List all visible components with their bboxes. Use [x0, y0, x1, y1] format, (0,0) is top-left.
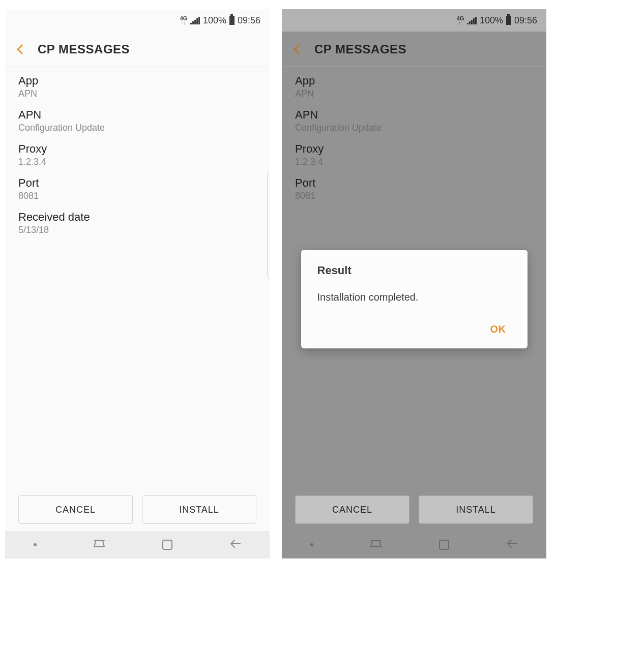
detail-proxy[interactable]: Proxy 1.2.3.4	[18, 142, 256, 167]
back-nav-icon[interactable]	[229, 539, 241, 550]
ok-button[interactable]: OK	[485, 320, 511, 338]
detail-port[interactable]: Port 8081	[18, 176, 256, 201]
detail-label: Proxy	[18, 142, 256, 156]
detail-label: Received date	[18, 211, 256, 224]
detail-label: APN	[18, 108, 256, 122]
recents-icon[interactable]	[93, 540, 105, 550]
dialog-title: Result	[317, 264, 511, 277]
detail-value: 8081	[18, 191, 256, 201]
status-bar: 4G↑↓ 100% 09:56	[5, 9, 270, 32]
signal-icon	[190, 17, 200, 24]
detail-app[interactable]: App APN	[18, 74, 256, 99]
install-button[interactable]: INSTALL	[142, 495, 256, 524]
app-header: CP MESSAGES	[5, 32, 270, 67]
scroll-edge-handle[interactable]	[267, 172, 270, 279]
detail-label: App	[18, 74, 256, 87]
result-dialog: Result Installation completed. OK	[301, 250, 528, 348]
phone-screen-right: 4G↑↓ 100% 09:56 CP MESSAGES App APN APN …	[282, 9, 546, 558]
dialog-actions: OK	[317, 320, 511, 338]
detail-value: APN	[18, 89, 256, 99]
detail-value: Configuration Update	[18, 123, 256, 133]
phone-screen-left: 4G↑↓ 100% 09:56 CP MESSAGES App APN APN …	[5, 9, 270, 558]
details-panel: App APN APN Configuration Update Proxy 1…	[5, 67, 270, 488]
cancel-button[interactable]: CANCEL	[18, 495, 133, 524]
detail-value: 5/13/18	[18, 225, 256, 235]
system-nav-bar	[5, 531, 270, 558]
back-icon[interactable]	[17, 44, 27, 54]
network-4g-icon: 4G↑↓	[180, 16, 188, 25]
detail-label: Port	[18, 176, 256, 190]
modal-backdrop: Result Installation completed. OK	[282, 9, 546, 558]
battery-text: 100%	[203, 15, 226, 26]
dialog-message: Installation completed.	[317, 291, 511, 303]
detail-apn[interactable]: APN Configuration Update	[18, 108, 256, 133]
clock: 09:56	[238, 15, 260, 26]
battery-icon	[229, 16, 235, 25]
nav-dot-icon	[34, 543, 37, 546]
footer-actions: CANCEL INSTALL	[5, 488, 270, 531]
detail-received-date[interactable]: Received date 5/13/18	[18, 211, 256, 235]
home-icon[interactable]	[162, 540, 172, 550]
page-title: CP MESSAGES	[38, 42, 130, 56]
detail-value: 1.2.3.4	[18, 157, 256, 167]
